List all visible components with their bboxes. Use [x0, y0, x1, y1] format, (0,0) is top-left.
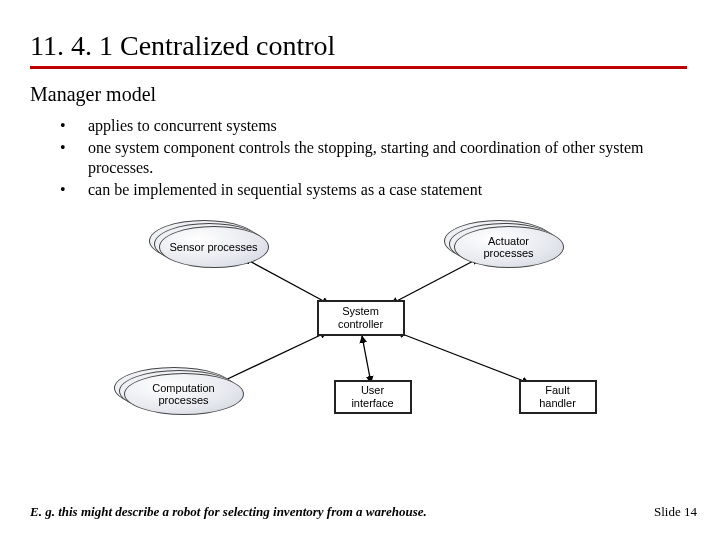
diagram: Sensor processes Actuator processes Syst… — [79, 218, 639, 428]
bullet-item: can be implemented in sequential systems… — [60, 180, 687, 200]
node-fault: Fault handler — [519, 380, 597, 414]
bullet-list: applies to concurrent systems one system… — [30, 116, 687, 200]
subtitle: Manager model — [30, 83, 687, 106]
page-title: 11. 4. 1 Centralized control — [30, 30, 687, 69]
node-computation: Computation processes — [124, 373, 244, 415]
node-label: Computation processes — [133, 382, 235, 406]
node-sensor: Sensor processes — [159, 226, 269, 268]
node-label: Actuator processes — [463, 235, 555, 259]
node-ui: User interface — [334, 380, 412, 414]
footer-note: E. g. this might describe a robot for se… — [30, 504, 427, 520]
svg-line-4 — [397, 332, 529, 383]
slide-number: Slide 14 — [654, 504, 697, 520]
node-controller: System controller — [317, 300, 405, 336]
bullet-item: one system component controls the stoppi… — [60, 138, 687, 178]
bullet-item: applies to concurrent systems — [60, 116, 687, 136]
node-label: Fault handler — [531, 384, 585, 409]
node-actuator: Actuator processes — [454, 226, 564, 268]
svg-line-3 — [362, 336, 371, 383]
node-label: User interface — [346, 384, 400, 409]
node-label: Sensor processes — [169, 241, 257, 253]
node-label: System controller — [329, 305, 393, 330]
